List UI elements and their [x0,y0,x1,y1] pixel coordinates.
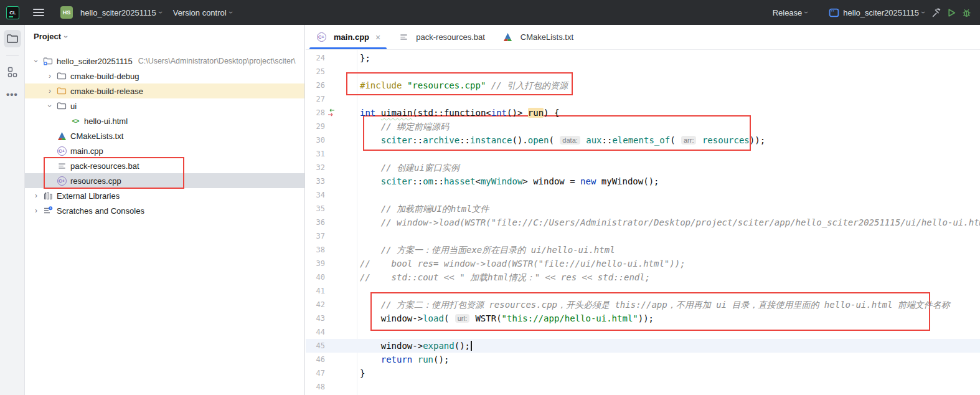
code-line-48[interactable]: 48 [306,380,980,394]
structure-toolwindow-button[interactable] [4,63,21,80]
code-line-36[interactable]: 36 // window->load(WSTR("file://C:/Users… [306,216,980,229]
line-number[interactable]: 37 [306,232,325,240]
code-line-31[interactable]: 31 [306,147,980,161]
run-button[interactable] [945,6,958,19]
vcs-widget[interactable]: Version control › [169,6,236,20]
close-tab-icon[interactable]: × [375,32,380,42]
code-line-32[interactable]: 32 // 创建ui窗口实例 [306,161,980,174]
tree-item-ui[interactable]: ›ui [25,98,305,113]
line-number[interactable]: 24 [306,54,325,62]
chevron-collapsed-icon[interactable]: › [32,207,40,214]
project-widget[interactable]: HS hello_sciter20251115 › [57,4,166,21]
code-line-44[interactable]: 44 [306,325,980,339]
line-number[interactable]: 43 [306,314,325,323]
tab-label: main.cpp [334,32,369,42]
chevron-collapsed-icon[interactable]: › [46,72,54,80]
line-number[interactable]: 26 [306,81,325,90]
line-number[interactable]: 46 [306,355,325,364]
code-editor[interactable]: 24};2526#include "resources.cpp" // 引入打包… [306,50,980,395]
line-number[interactable]: 47 [306,369,325,378]
tree-item-main-cpp[interactable]: C+main.cpp [25,143,305,158]
code-text: sciter::archive::instance().open( data: … [360,133,765,148]
code-line-28[interactable]: 28int uimain(std::function<int()> run) { [306,106,980,120]
line-number[interactable]: 40 [306,273,325,282]
gutter [325,188,360,202]
tree-item-hello-sciter20251115[interactable]: ›hello_sciter20251115C:\Users\Administra… [25,54,305,69]
tree-item-label: main.cpp [70,146,103,156]
chevron-collapsed-icon[interactable]: › [46,87,54,95]
run-config-selector[interactable]: Release › [770,6,811,20]
code-line-41[interactable]: 41 [306,284,980,298]
code-line-42[interactable]: 42 // 方案二：使用打包资源 resources.cpp，开头必须是 thi… [306,298,980,312]
code-line-39[interactable]: 39// bool res= window->load(WSTR("file:/… [306,257,980,270]
tree-item-resources-cpp[interactable]: C+resources.cpp [25,173,305,188]
line-number[interactable]: 35 [306,204,325,213]
run-config-label: Release [773,8,803,17]
project-toolwindow-button[interactable] [4,30,21,47]
line-number[interactable]: 28 [306,108,325,117]
code-line-43[interactable]: 43 window->load( url: WSTR("this://app/h… [306,312,980,325]
nav-arrows-icon [326,108,336,118]
tree-item-pack-resources-bat[interactable]: pack-resources.bat [25,158,305,173]
line-number[interactable]: 32 [306,163,325,172]
line-number[interactable]: 29 [306,122,325,131]
line-number[interactable]: 42 [306,300,325,309]
line-number[interactable]: 48 [306,383,325,391]
tree-item-hello-ui-html[interactable]: <>hello-ui.html [25,113,305,128]
line-number[interactable]: 31 [306,150,325,158]
tree-item-cmake-build-release[interactable]: ›cmake-build-release [25,83,305,98]
gutter [325,339,360,353]
build-button[interactable] [930,6,943,19]
tab-pack-resources-bat[interactable]: pack-resources.bat [389,25,494,49]
gutter [325,147,360,161]
tree-item-scratches-and-consoles[interactable]: ›Scratches and Consoles [25,203,305,218]
line-number[interactable]: 33 [306,177,325,186]
code-line-47[interactable]: 47} [306,366,980,380]
line-number[interactable]: 45 [306,341,325,350]
code-text: return run(); [360,353,449,366]
code-line-26[interactable]: 26#include "resources.cpp" // 引入打包的资源 [306,79,980,92]
tree-item-label: pack-resources.bat [70,161,139,171]
chevron-expanded-icon[interactable]: › [46,102,54,110]
line-number[interactable]: 38 [306,245,325,254]
tree-item-external-libraries[interactable]: ›External Libraries [25,188,305,203]
main-menu-icon[interactable] [33,9,44,16]
code-line-45[interactable]: 45 window->expand(); [306,339,980,353]
tab-main-cpp[interactable]: C+main.cpp× [307,25,389,49]
code-line-27[interactable]: 27 [306,92,980,106]
line-number[interactable]: 39 [306,259,325,268]
line-number[interactable]: 25 [306,67,325,76]
line-number[interactable]: 27 [306,95,325,103]
code-line-38[interactable]: 38 // 方案一：使用当面exe所在目录的 ui/hello-ui.html [306,243,980,257]
code-line-24[interactable]: 24}; [306,51,980,65]
code-line-40[interactable]: 40// std::cout << " 加载html情况：" << res <<… [306,270,980,284]
tree-item-cmakelists-txt[interactable]: CMakeLists.txt [25,128,305,143]
code-line-34[interactable]: 34 [306,188,980,202]
line-number[interactable]: 30 [306,136,325,145]
debug-button[interactable] [960,6,973,19]
project-panel: Project › ›hello_sciter20251115C:\Users\… [25,25,305,395]
line-number[interactable]: 36 [306,218,325,227]
tab-cmakelists-txt[interactable]: CMakeLists.txt [494,25,582,49]
project-panel-title: Project [34,32,61,41]
run-target-selector[interactable]: hello_sciter20251115 › [824,4,928,21]
code-line-30[interactable]: 30 sciter::archive::instance().open( dat… [306,133,980,147]
code-line-33[interactable]: 33 sciter::om::hasset<myWindow> window =… [306,174,980,188]
editor-tabs: C+main.cpp×pack-resources.batCMakeLists.… [306,25,980,50]
tree-item-cmake-build-debug[interactable]: ›cmake-build-debug [25,69,305,83]
gutter [325,51,360,65]
folder-icon [6,32,19,45]
more-toolwindows-button[interactable]: ••• [4,85,21,103]
line-number[interactable]: 41 [306,287,325,295]
code-line-46[interactable]: 46 return run(); [306,353,980,366]
line-number[interactable]: 34 [306,191,325,199]
code-line-37[interactable]: 37 [306,229,980,243]
code-line-29[interactable]: 29 // 绑定前端源码 [306,120,980,133]
code-line-35[interactable]: 35 // 加载前端UI的html文件 [306,202,980,216]
chevron-collapsed-icon[interactable]: › [32,192,40,199]
line-number[interactable]: 44 [306,328,325,336]
code-line-25[interactable]: 25 [306,65,980,79]
gutter [325,312,360,325]
chevron-expanded-icon[interactable]: › [32,57,40,65]
project-panel-header[interactable]: Project › [34,32,67,41]
